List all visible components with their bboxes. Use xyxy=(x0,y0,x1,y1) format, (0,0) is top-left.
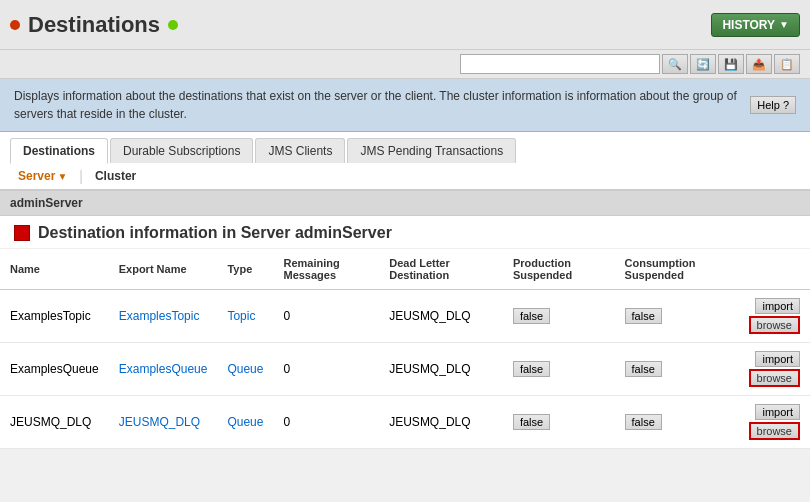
history-arrow-icon: ▼ xyxy=(779,19,789,30)
col-actions xyxy=(739,249,811,290)
cell-type: Queue xyxy=(217,396,273,449)
cell-name: JEUSMQ_DLQ xyxy=(0,396,109,449)
action-btn-group: import browse xyxy=(749,298,801,334)
cell-cons-suspended: false xyxy=(615,343,739,396)
import-button[interactable]: import xyxy=(755,404,800,420)
page-title: Destinations xyxy=(28,12,160,38)
cell-prod-suspended: false xyxy=(503,290,615,343)
import-button[interactable]: import xyxy=(755,298,800,314)
cell-export-name[interactable]: JEUSMQ_DLQ xyxy=(109,396,218,449)
cell-dead-letter: JEUSMQ_DLQ xyxy=(379,290,503,343)
col-cons-suspended: Consumption Suspended xyxy=(615,249,739,290)
browse-button[interactable]: browse xyxy=(749,369,800,387)
page-header: Destinations HISTORY ▼ xyxy=(0,0,810,50)
type-value: Queue xyxy=(227,415,263,429)
copy-button[interactable]: 📋 xyxy=(774,54,800,74)
cell-remaining: 0 xyxy=(273,290,379,343)
section-header: adminServer xyxy=(0,190,810,216)
cell-export-name[interactable]: ExamplesQueue xyxy=(109,343,218,396)
info-text: Displays information about the destinati… xyxy=(14,87,740,123)
help-label: Help xyxy=(757,99,780,111)
tab-destinations[interactable]: Destinations xyxy=(10,138,108,164)
col-type: Type xyxy=(217,249,273,290)
cell-remaining: 0 xyxy=(273,396,379,449)
action-btn-group: import browse xyxy=(749,404,801,440)
help-button[interactable]: Help ? xyxy=(750,96,796,114)
prod-suspended-value: false xyxy=(513,414,550,430)
dest-icon xyxy=(14,225,30,241)
status-dot-red xyxy=(10,20,20,30)
dest-heading: Destination information in Server adminS… xyxy=(0,216,810,249)
sub-tab-divider: | xyxy=(79,168,83,184)
sub-tabs: Server ▼ | Cluster xyxy=(0,163,810,189)
tab-jms-pending-transactions[interactable]: JMS Pending Transactions xyxy=(347,138,516,163)
prod-suspended-value: false xyxy=(513,361,550,377)
col-remaining: Remaining Messages xyxy=(273,249,379,290)
export-name-link[interactable]: ExamplesQueue xyxy=(119,362,208,376)
table-row: JEUSMQ_DLQ JEUSMQ_DLQ Queue 0 JEUSMQ_DLQ… xyxy=(0,396,810,449)
cell-actions: import browse xyxy=(739,343,811,396)
dest-title: Destination information in Server adminS… xyxy=(38,224,392,242)
toolbar: 🔍 🔄 💾 📤 📋 xyxy=(0,50,810,79)
cell-prod-suspended: false xyxy=(503,396,615,449)
cell-cons-suspended: false xyxy=(615,396,739,449)
tabs-container: Destinations Durable Subscriptions JMS C… xyxy=(0,132,810,190)
info-bar: Displays information about the destinati… xyxy=(0,79,810,132)
sub-tab-server[interactable]: Server ▼ xyxy=(10,167,75,185)
table-row: ExamplesTopic ExamplesTopic Topic 0 JEUS… xyxy=(0,290,810,343)
cons-suspended-value: false xyxy=(625,361,662,377)
export-name-link[interactable]: ExamplesTopic xyxy=(119,309,200,323)
sub-tab-cluster[interactable]: Cluster xyxy=(87,167,144,185)
cell-prod-suspended: false xyxy=(503,343,615,396)
status-dot-green xyxy=(168,20,178,30)
prod-suspended-value: false xyxy=(513,308,550,324)
cell-name: ExamplesQueue xyxy=(0,343,109,396)
table-wrapper: Name Export Name Type Remaining Messages… xyxy=(0,249,810,449)
search-button[interactable]: 🔍 xyxy=(662,54,688,74)
table-row: ExamplesQueue ExamplesQueue Queue 0 JEUS… xyxy=(0,343,810,396)
cons-suspended-value: false xyxy=(625,414,662,430)
refresh-button[interactable]: 🔄 xyxy=(690,54,716,74)
save-button[interactable]: 💾 xyxy=(718,54,744,74)
import-button[interactable]: import xyxy=(755,351,800,367)
table-header-row: Name Export Name Type Remaining Messages… xyxy=(0,249,810,290)
destinations-table: Name Export Name Type Remaining Messages… xyxy=(0,249,810,449)
export-name-link[interactable]: JEUSMQ_DLQ xyxy=(119,415,200,429)
export-button[interactable]: 📤 xyxy=(746,54,772,74)
section-name: adminServer xyxy=(10,196,83,210)
cell-remaining: 0 xyxy=(273,343,379,396)
history-label: HISTORY xyxy=(722,18,775,32)
history-button[interactable]: HISTORY ▼ xyxy=(711,13,800,37)
server-arrow-icon: ▼ xyxy=(57,171,67,182)
page-title-group: Destinations xyxy=(10,12,178,38)
cell-type: Topic xyxy=(217,290,273,343)
browse-button[interactable]: browse xyxy=(749,316,800,334)
action-btn-group: import browse xyxy=(749,351,801,387)
main-tabs: Destinations Durable Subscriptions JMS C… xyxy=(0,132,810,163)
help-icon: ? xyxy=(783,99,789,111)
tab-jms-clients[interactable]: JMS Clients xyxy=(255,138,345,163)
col-prod-suspended: Production Suspended xyxy=(503,249,615,290)
cell-actions: import browse xyxy=(739,396,811,449)
cell-cons-suspended: false xyxy=(615,290,739,343)
cons-suspended-value: false xyxy=(625,308,662,324)
cell-type: Queue xyxy=(217,343,273,396)
col-export-name: Export Name xyxy=(109,249,218,290)
cell-name: ExamplesTopic xyxy=(0,290,109,343)
cell-dead-letter: JEUSMQ_DLQ xyxy=(379,396,503,449)
type-value: Queue xyxy=(227,362,263,376)
cell-export-name[interactable]: ExamplesTopic xyxy=(109,290,218,343)
tab-durable-subscriptions[interactable]: Durable Subscriptions xyxy=(110,138,253,163)
col-dead-letter: Dead Letter Destination xyxy=(379,249,503,290)
type-value: Topic xyxy=(227,309,255,323)
col-name: Name xyxy=(0,249,109,290)
browse-button[interactable]: browse xyxy=(749,422,800,440)
search-input[interactable] xyxy=(460,54,660,74)
cell-actions: import browse xyxy=(739,290,811,343)
cell-dead-letter: JEUSMQ_DLQ xyxy=(379,343,503,396)
